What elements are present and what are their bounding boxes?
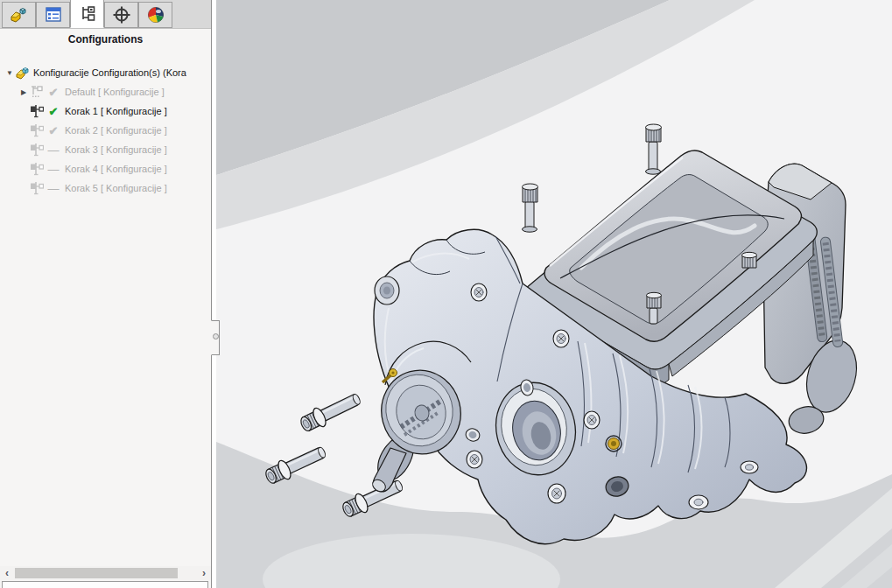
tree-item-label: Korak 1 [ Konfiguracije ] [65,106,167,116]
display-manager-icon [146,5,165,24]
dimxpert-manager-icon [112,5,131,24]
scrollbar-thumb[interactable] [15,568,178,578]
config-check-icon: ✔ [45,125,62,136]
panel-footer-edge [2,581,208,588]
configuration-manager-icon [78,4,97,24]
splitter-dot-icon [213,333,219,340]
tree-item-label: Default [ Konfiguracije ] [65,87,165,97]
configuration-tree: ▼ Konfiguracije Configuration(s) (Kora ▶ [0,63,211,198]
config-flag-icon [29,143,45,157]
tree-item-korak-2[interactable]: ✔ Korak 2 [ Konfiguracije ] [0,121,211,140]
property-manager-icon [44,5,63,24]
config-flag-icon [29,123,45,137]
cad-3d-view [216,0,892,588]
collapse-arrow-icon[interactable]: ▼ [4,69,15,77]
config-dash-icon: — [45,183,62,194]
panel-splitter-handle[interactable] [211,320,220,355]
tab-displaymanager[interactable] [138,2,172,28]
tree-item-korak-5[interactable]: — Korak 5 [ Konfiguracije ] [0,178,211,198]
active-config-check-icon: ✔ [45,106,62,117]
derived-config-icon [29,85,45,99]
expand-arrow-icon[interactable]: ▶ [18,88,29,96]
configurations-root-icon [15,66,31,80]
featuremanager-design-tree-icon [10,5,29,24]
scroll-left-arrow-icon[interactable]: ‹ [0,566,14,580]
tree-item-label: Korak 2 [ Konfiguracije ] [65,125,167,136]
tree-item-default[interactable]: ▶ ✔ Default [ Konfiguracije ] [0,82,211,102]
tree-item-korak-3[interactable]: — Korak 3 [ Konfiguracije ] [0,140,211,159]
bearing-boss [375,276,399,304]
tree-item-korak-1[interactable]: ✔ Korak 1 [ Konfiguracije ] [0,102,211,121]
solidworks-window: Configurations ▼ Konfiguracije Configura… [0,0,892,588]
scroll-right-arrow-icon[interactable]: › [197,566,211,580]
tree-item-label: Korak 5 [ Konfiguracije ] [65,183,167,193]
tree-item-label: Korak 3 [ Konfiguracije ] [65,144,167,155]
tab-featuremanager[interactable] [2,2,36,28]
graphics-viewport[interactable] [216,0,892,588]
panel-title: Configurations [0,33,211,46]
tab-propertymanager[interactable] [36,2,70,28]
config-check-icon: ✔ [45,87,62,98]
manager-tab-bar [0,0,211,29]
config-flag-icon [29,181,45,195]
tab-dimxpertmanager[interactable] [104,2,138,28]
cover-stud-3 [742,252,757,268]
config-dash-icon: — [45,164,62,175]
tree-root-label: Konfiguracije Configuration(s) (Kora [33,67,186,78]
panel-horizontal-scrollbar[interactable]: ‹ › [0,566,211,580]
config-flag-icon [29,162,45,176]
tree-item-label: Korak 4 [ Konfiguracije ] [65,164,167,174]
tab-configurationmanager[interactable] [70,0,104,28]
config-dash-icon: — [45,144,62,156]
tree-item-korak-4[interactable]: — Korak 4 [ Konfiguracije ] [0,159,211,178]
configuration-manager-panel: Configurations ▼ Konfiguracije Configura… [0,0,212,588]
gold-screw-2 [606,436,622,452]
tree-root-row[interactable]: ▼ Konfiguracije Configuration(s) (Kora [0,63,211,82]
config-flag-icon [29,104,45,118]
